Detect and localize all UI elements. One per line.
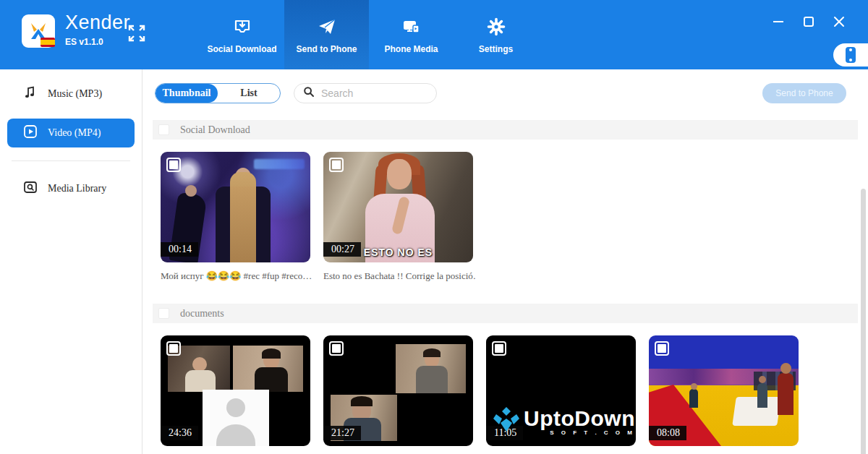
tab-phone-media[interactable]: Phone Media — [369, 0, 454, 69]
watermark-sub: S O F T . C O M — [524, 429, 635, 436]
section-title: documents — [180, 308, 224, 320]
participant-avatar — [203, 390, 269, 446]
webcam-frame — [396, 344, 466, 393]
toolbar: Thumbnail List Send to Phone — [143, 83, 868, 105]
scene-figure — [192, 357, 207, 372]
phone-media-icon — [401, 16, 422, 38]
scene-figure — [351, 396, 373, 406]
tab-label: Settings — [479, 44, 513, 54]
scene-decor — [254, 159, 305, 169]
webcam-frame — [233, 346, 303, 392]
app-title: Xender — [65, 12, 130, 34]
video-thumbnail[interactable]: 00:14 — [161, 152, 310, 262]
app-version: ES v1.1.0 — [65, 37, 103, 47]
video-duration: 21:27 — [323, 426, 361, 440]
video-thumbnail[interactable]: 08:08 — [649, 335, 799, 446]
sidebar: Music (MP3) Video (MP4) Media Library — [0, 69, 142, 454]
main-content: Thumbnail List Send to Phone Social Down… — [143, 69, 868, 454]
tab-label: Send to Phone — [297, 44, 357, 54]
search-icon — [303, 86, 315, 100]
window-controls — [771, 14, 846, 29]
scene-figure — [780, 363, 791, 374]
scene-figure — [778, 373, 793, 415]
scrollbar-track[interactable] — [859, 185, 868, 454]
media-folder-icon — [23, 180, 38, 197]
paper-plane-icon — [317, 16, 337, 38]
search-input[interactable] — [321, 87, 422, 99]
video-thumbnail[interactable]: 24:36 — [161, 335, 310, 446]
video-thumbnail[interactable]: 21:27 — [323, 335, 473, 446]
scene-figure — [255, 367, 288, 392]
tab-label: Phone Media — [384, 44, 438, 54]
sidebar-item-label: Music (MP3) — [48, 88, 102, 100]
scene-figure — [689, 389, 698, 408]
section-checkbox[interactable] — [158, 124, 169, 135]
uptodown-watermark: UptoDown S O F T . C O M — [492, 407, 635, 436]
scene-figure — [262, 348, 281, 359]
scene-decor — [732, 397, 781, 426]
uptodown-logo-icon — [492, 407, 521, 436]
section-documents: documents — [153, 304, 858, 323]
scene-figure — [757, 383, 767, 408]
video-duration: 24:36 — [161, 426, 198, 440]
video-checkbox[interactable] — [329, 341, 344, 356]
sidebar-item-label: Video (MP4) — [48, 127, 101, 139]
scene-figure — [759, 376, 766, 383]
sidebar-item-music[interactable]: Music (MP3) — [7, 80, 135, 108]
tab-send-to-phone[interactable]: Send to Phone — [284, 0, 369, 69]
send-to-phone-button[interactable]: Send to Phone — [762, 83, 846, 103]
video-checkbox[interactable] — [166, 341, 181, 356]
watermark-brand: UptoDown — [524, 408, 635, 428]
video-checkbox[interactable] — [166, 158, 181, 172]
scene-figure — [423, 348, 441, 357]
video-checkbox[interactable] — [329, 158, 344, 172]
connected-phone-button[interactable] — [833, 43, 868, 67]
spain-flag-icon — [41, 38, 55, 47]
fullscreen-expand-icon[interactable] — [127, 23, 147, 43]
app-brand: Xender ES v1.1.0 — [22, 12, 130, 48]
scene-figure — [691, 383, 697, 390]
minimize-icon[interactable] — [771, 14, 786, 29]
phone-icon — [846, 47, 856, 63]
toggle-thumbnail[interactable]: Thumbnail — [156, 84, 218, 103]
video-duration: 08:08 — [649, 426, 686, 440]
section-social-download: Social Download — [153, 120, 858, 140]
sidebar-item-media-library[interactable]: Media Library — [7, 174, 135, 203]
search-box[interactable] — [294, 83, 437, 103]
sidebar-item-video[interactable]: Video (MP4) — [7, 119, 135, 147]
inbox-download-icon — [233, 16, 252, 38]
section-title: Social Download — [180, 124, 250, 136]
scene-figure — [185, 370, 216, 392]
video-caption: Esto no es Bachata !! Corrige la posició… — [323, 270, 475, 282]
tab-social-download[interactable]: Social Download — [200, 0, 284, 69]
view-toggle: Thumbnail List — [155, 83, 281, 103]
scrollbar-thumb[interactable] — [861, 189, 866, 454]
video-thumbnail[interactable]: 11:05 UptoDown S O F T . C O M — [486, 335, 636, 446]
sidebar-item-label: Media Library — [48, 183, 106, 194]
maximize-icon[interactable] — [801, 14, 816, 29]
section-checkbox[interactable] — [158, 308, 169, 319]
scene-figure — [230, 187, 256, 262]
header-tabs: Social Download Send to Phone — [200, 0, 538, 69]
person-icon — [216, 424, 255, 446]
video-caption: Мой испуг 😂😂😂 #rec #fup #reco… — [161, 270, 312, 282]
scene-figure — [185, 185, 197, 197]
video-play-icon — [23, 124, 38, 142]
video-duration: 00:27 — [323, 242, 361, 257]
close-icon[interactable] — [832, 14, 846, 29]
video-duration: 00:14 — [161, 242, 198, 257]
app-header: Xender ES v1.1.0 Social Download — [0, 0, 868, 69]
video-checkbox[interactable] — [655, 341, 669, 356]
person-icon — [226, 398, 245, 417]
gear-icon — [487, 16, 506, 38]
video-thumbnail[interactable]: 00:27 ESTO NO ES — [323, 152, 473, 262]
scene-figure — [387, 159, 412, 189]
sidebar-divider — [12, 160, 130, 161]
tab-settings[interactable]: Settings — [454, 0, 538, 69]
music-note-icon — [23, 85, 38, 103]
tab-label: Social Download — [207, 44, 276, 54]
video-checkbox[interactable] — [492, 341, 506, 356]
toggle-list[interactable]: List — [218, 84, 280, 103]
scene-figure — [416, 366, 448, 393]
